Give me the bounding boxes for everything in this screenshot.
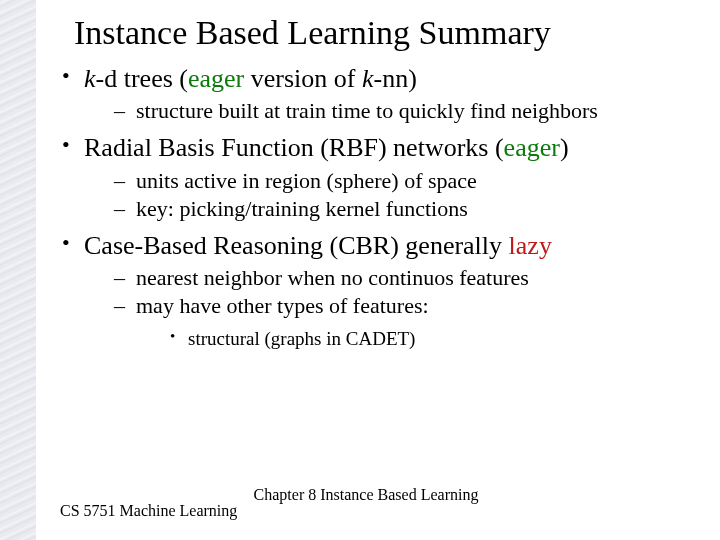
subsub-list: structural (graphs in CADET) xyxy=(136,327,672,352)
subsub-bullet: structural (graphs in CADET) xyxy=(170,327,672,352)
slide-title: Instance Based Learning Summary xyxy=(74,14,672,52)
text: -d trees ( xyxy=(96,64,188,93)
text: ) xyxy=(560,133,569,162)
text: Radial Basis Function (RBF) networks ( xyxy=(84,133,504,162)
sub-bullet: units active in region (sphere) of space xyxy=(114,167,672,195)
lazy-label: lazy xyxy=(509,231,552,260)
sub-bullet: key: picking/training kernel functions xyxy=(114,195,672,223)
sub-list: structure built at train time to quickly… xyxy=(84,97,672,125)
sub-list: nearest neighbor when no continuos featu… xyxy=(84,264,672,351)
text: Case-Based Reasoning (CBR) generally xyxy=(84,231,509,260)
sub-bullet: nearest neighbor when no continuos featu… xyxy=(114,264,672,292)
text: k xyxy=(84,64,96,93)
sub-list: units active in region (sphere) of space… xyxy=(84,167,672,223)
sub-bullet: structure built at train time to quickly… xyxy=(114,97,672,125)
eager-label: eager xyxy=(188,64,244,93)
sub-bullet: may have other types of features: struct… xyxy=(114,292,672,351)
bullet-kd-trees: k-d trees (eager version of k-nn) struct… xyxy=(60,62,672,125)
bullet-cbr: Case-Based Reasoning (CBR) generally laz… xyxy=(60,229,672,351)
bullet-rbf: Radial Basis Function (RBF) networks (ea… xyxy=(60,131,672,223)
text: k xyxy=(362,64,374,93)
text: version of xyxy=(244,64,362,93)
text: may have other types of features: xyxy=(136,293,429,318)
bullet-list: k-d trees (eager version of k-nn) struct… xyxy=(60,62,672,351)
slide-body: Instance Based Learning Summary k-d tree… xyxy=(0,0,720,540)
footer-chapter: Chapter 8 Instance Based Learning xyxy=(60,486,672,504)
eager-label: eager xyxy=(504,133,560,162)
text: -nn) xyxy=(373,64,416,93)
